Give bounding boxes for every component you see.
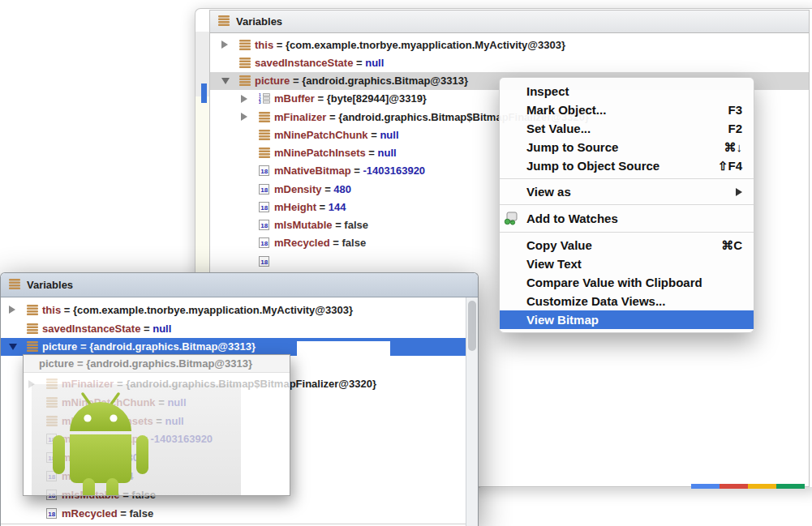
object-icon [218, 15, 230, 26]
object-icon-slot [239, 58, 255, 68]
equals-sign: = [330, 237, 342, 249]
menu-item-jump-to-source[interactable]: Jump to Source⌘↓ [500, 138, 754, 156]
object-icon-slot [27, 305, 42, 315]
expand-arrow-icon[interactable] [238, 95, 259, 103]
collapse-arrow-icon[interactable] [218, 78, 239, 84]
variable-text: this = {com.example.tnorbye.myapplicatio… [42, 304, 353, 316]
variable-value: 144 [329, 201, 346, 213]
menu-item-customize-data-views[interactable]: Customize Data Views... [500, 292, 754, 310]
variable-name: mNinePatchChunk [274, 129, 368, 141]
equals-sign: = [61, 304, 73, 316]
variable-row-picture[interactable]: picture = {android.graphics.Bitmap@3313} [1, 338, 478, 357]
variable-row-savedInstanceState[interactable]: savedInstanceState = null [210, 53, 809, 71]
variable-value: {com.example.tnorbye.myapplication.MyAct… [286, 39, 565, 51]
variable-value: -1403163920 [363, 165, 425, 177]
variable-text: mDensity = 480 [274, 183, 351, 195]
variable-text: mNinePatchChunk = null [274, 129, 399, 141]
array-icon-slot: 123 [259, 93, 274, 104]
variable-row-mRecycled[interactable]: 18mRecycled = false [1, 504, 478, 523]
object-icon [259, 148, 270, 158]
equals-sign: = [290, 75, 302, 87]
variable-text: savedInstanceState = null [255, 57, 384, 69]
menu-item-view-as[interactable]: View as [500, 182, 754, 201]
selection-gap [297, 341, 390, 360]
object-icon [259, 112, 270, 122]
bitmap-image-area [24, 373, 290, 496]
primitive-icon-slot: 18 [259, 202, 274, 212]
menu-item-label: Add to Watches [526, 208, 742, 229]
variable-text: picture = {android.graphics.Bitmap@3313} [42, 340, 256, 353]
primitive-icon-slot: 18 [259, 165, 274, 176]
panel-title: Variables [27, 279, 73, 291]
variable-name: mRecycled [274, 237, 330, 249]
object-icon-slot [27, 323, 42, 334]
menu-shortcut: ⇧F4 [718, 156, 742, 175]
object-icon [27, 341, 38, 352]
variable-text: mBuffer = {byte[82944]@3319} [274, 92, 427, 105]
primitive-icon: 18 [46, 508, 57, 519]
menu-item-copy-value[interactable]: Copy Value⌘C [500, 236, 754, 254]
menu-item-set-value[interactable]: Set Value...F2 [500, 119, 754, 138]
equals-sign: = [368, 129, 380, 141]
object-icon [9, 279, 20, 289]
menu-item-label: View Bitmap [526, 310, 742, 329]
selection-fragment [201, 83, 207, 103]
submenu-arrow-icon [736, 188, 742, 196]
add-to-watches-icon [504, 212, 518, 225]
variables-icon [9, 278, 20, 293]
variable-name: savedInstanceState [42, 323, 140, 335]
variable-text: mIsMutable = false [274, 219, 368, 231]
collapse-arrow-icon[interactable] [6, 344, 27, 350]
menu-item-label: Jump to Source [526, 138, 724, 156]
variable-row-this[interactable]: this = {com.example.tnorbye.myapplicatio… [1, 301, 478, 319]
menu-item-jump-to-object-source[interactable]: Jump to Object Source⇧F4 [500, 156, 754, 175]
expand-arrow-icon[interactable] [218, 41, 239, 49]
menu-item-compare-value-with-clipboard[interactable]: Compare Value with Clipboard [500, 273, 754, 292]
variable-value: 480 [333, 183, 351, 195]
object-icon-slot [259, 112, 274, 122]
variable-name: mNinePatchInsets [274, 147, 366, 159]
svg-text:18: 18 [260, 168, 268, 175]
equals-sign: = [353, 57, 365, 69]
context-menu: InspectMark Object...F3Set Value...F2Jum… [499, 77, 754, 333]
variable-row-this[interactable]: this = {com.example.tnorbye.myapplicatio… [210, 36, 809, 53]
menu-item-add-to-watches[interactable]: Add to Watches [500, 208, 754, 229]
svg-text:18: 18 [48, 510, 55, 517]
variable-value: null [365, 57, 384, 69]
menu-item-view-bitmap[interactable]: View Bitmap [500, 310, 754, 329]
menu-shortcut: ⌘↓ [724, 138, 743, 156]
menu-shortcut: F2 [728, 119, 742, 138]
menu-shortcut: F3 [728, 100, 742, 119]
menu-separator [500, 232, 754, 233]
stage: Variables this = {com.example.tnorbye.my… [0, 0, 812, 526]
menu-item-label: Mark Object... [526, 100, 728, 119]
variable-text: picture = {android.graphics.Bitmap@3313} [255, 75, 468, 87]
variable-value: null [380, 129, 398, 141]
equals-sign: = [273, 39, 286, 51]
value-tooltip: picture = {android.graphics.Bitmap@3313} [24, 355, 290, 373]
menu-item-inspect[interactable]: Inspect [500, 82, 754, 100]
variable-text: mRecycled = false [274, 237, 366, 249]
variable-text: mNinePatchInsets = null [274, 147, 397, 159]
vertical-scrollbar[interactable] [466, 297, 478, 526]
menu-shortcut: ⌘C [721, 236, 742, 254]
variable-value: false [129, 507, 153, 520]
primitive-icon: 18 [259, 184, 269, 195]
variable-value: {com.example.tnorbye.myapplication.MyAct… [73, 304, 353, 316]
variable-name: mRecycled [62, 507, 118, 520]
variable-row-savedInstanceState[interactable]: savedInstanceState = null [1, 319, 478, 338]
variable-text: mRecycled = false [62, 507, 153, 520]
svg-text:18: 18 [260, 258, 268, 265]
equals-sign: = [140, 323, 153, 335]
menu-item-view-text[interactable]: View Text [500, 254, 754, 273]
primitive-icon: 18 [259, 202, 269, 212]
variable-text: savedInstanceState = null [42, 323, 171, 335]
object-icon [239, 58, 251, 68]
equals-sign: = [366, 147, 378, 159]
google-bar-segment [748, 484, 776, 489]
menu-item-mark-object[interactable]: Mark Object...F3 [500, 100, 754, 119]
scrollbar-thumb[interactable] [468, 301, 476, 351]
expand-arrow-icon[interactable] [6, 306, 27, 314]
object-icon [27, 305, 38, 315]
expand-arrow-icon[interactable] [238, 113, 259, 121]
